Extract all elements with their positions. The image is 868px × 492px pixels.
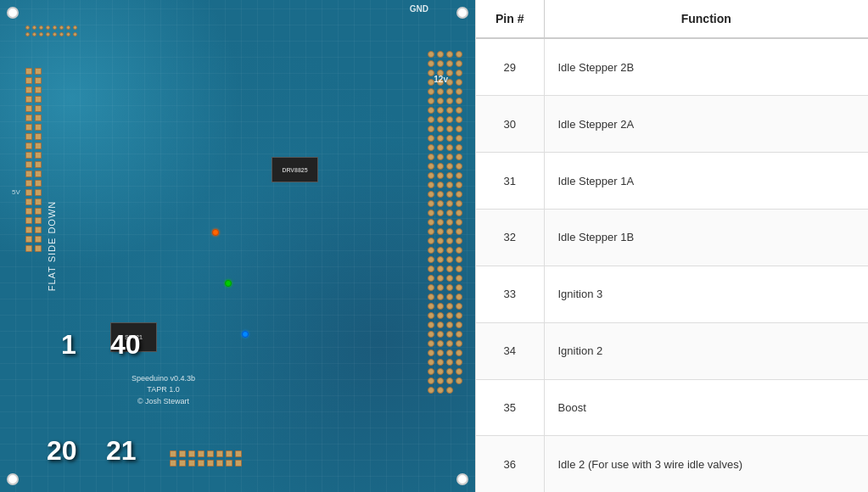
pin-number-cell: 31 [476,153,544,210]
pin-number-cell: 33 [476,266,544,322]
table-row: 29Idle Stepper 2B [476,38,868,96]
right-connector-pads [428,51,462,394]
5v-label: 5V [12,188,20,196]
drv8825-chip: DRV8825 [272,157,318,182]
gnd-label: GND [410,4,428,14]
function-cell: Idle Stepper 2A [544,96,868,153]
pin-number-cell: 30 [476,96,544,153]
bottom-connector [170,450,242,467]
function-cell: Idle Stepper 1A [544,153,868,210]
12v-label: 12v [434,75,448,84]
function-cell: Idle 2 (For use with 3 wire idle valves) [544,436,868,492]
mount-hole-tr [456,7,468,19]
function-cell: Boost [544,379,868,436]
pin-header: Pin # [476,0,544,38]
function-cell: Ignition 2 [544,322,868,379]
pcb-board: flat side down [0,0,475,492]
pin-number-cell: 34 [476,322,544,379]
table-row: 33Ignition 3 [476,266,868,322]
pin-function-table: Pin # Function 29Idle Stepper 2B30Idle S… [476,0,868,492]
mount-hole-tl [7,7,19,19]
pin-number-cell: 32 [476,209,544,266]
table-header-row: Pin # Function [476,0,868,38]
table-row: 36Idle 2 (For use with 3 wire idle valve… [476,436,868,492]
pin-label-1: 1 [61,329,76,361]
pin-number-cell: 29 [476,38,544,96]
function-cell: Ignition 3 [544,266,868,322]
pin-table-panel: Pin # Function 29Idle Stepper 2B30Idle S… [475,0,868,492]
function-header: Function [544,0,868,38]
pin-label-21: 21 [106,435,137,467]
pcb-image-panel: flat side down [0,0,475,492]
pin-number-cell: 35 [476,379,544,436]
function-cell: Idle Stepper 1B [544,209,868,266]
table-row: 32Idle Stepper 1B [476,209,868,266]
speeduino-text: Speeduino v0.4.3b TAPR 1.0 © Josh Stewar… [132,373,195,408]
top-connector [25,25,77,36]
mount-hole-br [456,473,468,485]
function-cell: Idle Stepper 2B [544,38,868,96]
left-connector-strip [25,68,42,252]
table-row: 34Ignition 2 [476,322,868,379]
pin-label-20: 20 [47,435,77,467]
led6 [225,280,232,287]
flat-side-label: flat side down [47,201,57,292]
mount-hole-bl [7,473,19,485]
pin-number-cell: 36 [476,436,544,492]
table-row: 30Idle Stepper 2A [476,96,868,153]
led7 [242,331,249,338]
table-row: 35Boost [476,379,868,436]
led5 [212,229,219,236]
table-row: 31Idle Stepper 1A [476,153,868,210]
pin-label-40: 40 [110,329,141,361]
